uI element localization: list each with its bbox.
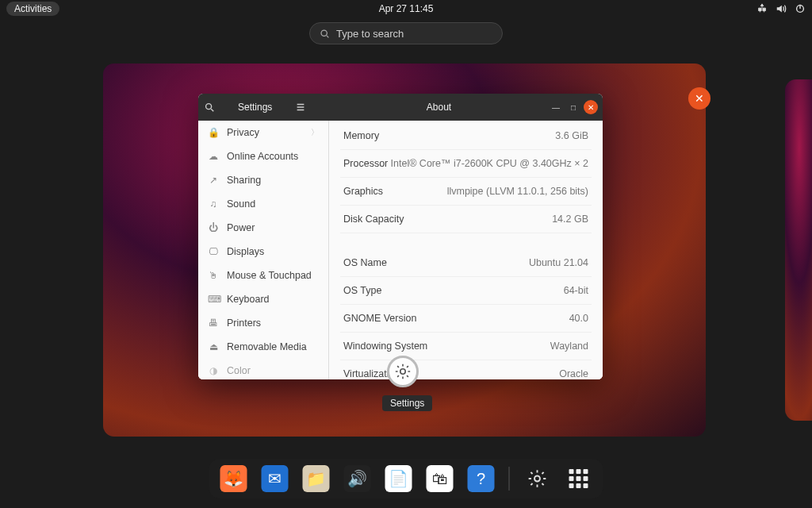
sidebar-icon: ☁ (208, 151, 219, 162)
power-icon[interactable] (795, 3, 806, 14)
about-value: Oracle (559, 368, 588, 379)
sidebar-icon: 🖵 (208, 246, 219, 257)
sidebar-item-color[interactable]: ◑Color (198, 359, 328, 379)
about-value: Wayland (550, 341, 588, 352)
sidebar-item-label: Power (227, 222, 255, 233)
about-label: Windowing System (343, 341, 427, 352)
about-row: Graphicsllvmpipe (LLVM 11.0.1, 256 bits) (340, 178, 592, 206)
settings-sidebar: 🔒Privacy〉☁Online Accounts↗Sharing♫Sound⏻… (198, 121, 329, 379)
sidebar-icon: 🔒 (208, 127, 219, 138)
app-icon-label: Settings (382, 395, 432, 411)
about-label: Memory (343, 130, 379, 141)
dock: 🦊✉📁🔊📄🛍? (209, 459, 603, 498)
about-value: 3.6 GiB (555, 130, 588, 141)
titlebar: Settings About ― □ ✕ (198, 94, 603, 121)
sidebar-item-printers[interactable]: 🖶Printers (198, 311, 328, 335)
sidebar-item-label: Mouse & Touchpad (227, 270, 312, 281)
volume-icon[interactable] (776, 3, 787, 14)
about-value: Intel® Core™ i7-2600K CPU @ 3.40GHz × 2 (391, 158, 588, 169)
search-placeholder: Type to search (336, 28, 404, 40)
sidebar-item-keyboard[interactable]: ⌨Keyboard (198, 287, 328, 311)
sidebar-item-label: Privacy (227, 127, 259, 138)
system-tray[interactable] (756, 3, 806, 14)
sidebar-icon: ⏻ (208, 222, 219, 233)
svg-point-7 (534, 476, 540, 482)
close-button[interactable]: ✕ (584, 100, 598, 114)
about-row: OS NameUbuntu 21.04 (340, 249, 592, 277)
settings-window: Settings About ― □ ✕ 🔒Privacy〉☁Online Ac… (198, 94, 603, 379)
window-close-overlay[interactable]: ✕ (688, 87, 710, 110)
about-panel: Memory3.6 GiBProcessorIntel® Core™ i7-26… (329, 121, 603, 379)
network-icon[interactable] (756, 3, 768, 14)
dock-files[interactable]: 📁 (303, 465, 330, 492)
sidebar-item-displays[interactable]: 🖵Displays (198, 240, 328, 264)
svg-line-3 (327, 35, 328, 37)
sidebar-icon: 🖱 (208, 270, 219, 281)
search-icon (320, 29, 330, 39)
about-row: GNOME Version40.0 (340, 305, 592, 333)
about-row: Windowing SystemWayland (340, 333, 592, 360)
dock-settings[interactable] (524, 465, 551, 492)
about-label: Disk Capacity (343, 214, 404, 225)
about-row: Disk Capacity14.2 GB (340, 206, 592, 233)
about-row: VirtualizationOracle (340, 360, 592, 379)
chevron-right-icon: 〉 (311, 127, 319, 138)
top-bar: Activities Apr 27 11:45 (0, 0, 812, 17)
sidebar-item-privacy[interactable]: 🔒Privacy〉 (198, 121, 328, 144)
dock-separator (509, 467, 510, 491)
hamburger-menu[interactable] (289, 94, 312, 121)
about-label: Processor (343, 158, 388, 169)
svg-point-4 (206, 104, 212, 110)
sidebar-item-mouse-touchpad[interactable]: 🖱Mouse & Touchpad (198, 264, 328, 287)
content-title: About (329, 102, 549, 113)
sidebar-item-removable-media[interactable]: ⏏Removable Media (198, 335, 328, 359)
sidebar-item-sharing[interactable]: ↗Sharing (198, 168, 328, 192)
dock-thunderbird[interactable]: ✉ (262, 465, 289, 492)
dock-software[interactable]: 🛍 (427, 465, 454, 492)
about-row: Memory3.6 GiB (340, 122, 592, 150)
dock-firefox[interactable]: 🦊 (220, 465, 247, 492)
about-label: OS Type (343, 285, 381, 296)
overview-search[interactable]: Type to search (309, 22, 503, 44)
about-row: ProcessorIntel® Core™ i7-2600K CPU @ 3.4… (340, 150, 592, 178)
sidebar-item-label: Sharing (227, 175, 261, 186)
activities-button[interactable]: Activities (6, 2, 59, 16)
svg-point-6 (400, 369, 405, 374)
clock[interactable]: Apr 27 11:45 (379, 3, 434, 14)
sidebar-item-online-accounts[interactable]: ☁Online Accounts (198, 144, 328, 168)
about-label: GNOME Version (343, 313, 416, 324)
sidebar-item-power[interactable]: ⏻Power (198, 216, 328, 240)
app-icon-settings[interactable] (387, 356, 419, 387)
sidebar-icon: ♫ (208, 198, 219, 210)
maximize-button[interactable]: □ (566, 100, 580, 114)
about-row: OS Type64-bit (340, 277, 592, 305)
about-label: OS Name (343, 257, 387, 268)
sidebar-item-label: Removable Media (227, 341, 307, 352)
dock-rhythmbox[interactable]: 🔊 (344, 465, 371, 492)
sidebar-icon: ⏏ (208, 341, 219, 352)
about-value: 14.2 GB (552, 214, 588, 225)
about-value: 40.0 (569, 313, 588, 324)
sidebar-icon: ◑ (208, 365, 219, 376)
sidebar-icon: ↗ (208, 175, 219, 186)
dock-libreoffice[interactable]: 📄 (385, 465, 412, 492)
sidebar-item-label: Sound (227, 198, 255, 210)
dock-show-apps[interactable] (565, 465, 592, 492)
search-button[interactable] (198, 94, 220, 121)
sidebar-item-label: Color (227, 365, 251, 376)
sidebar-item-label: Printers (227, 318, 261, 329)
sidebar-title: Settings (220, 102, 289, 113)
sidebar-item-label: Displays (227, 246, 264, 257)
sidebar-icon: 🖶 (208, 318, 219, 329)
minimize-button[interactable]: ― (549, 100, 563, 114)
workspace-preview-next[interactable] (785, 79, 812, 421)
about-value: 64-bit (564, 285, 588, 296)
sidebar-item-label: Keyboard (227, 294, 270, 305)
svg-line-5 (211, 109, 213, 111)
about-value: Ubuntu 21.04 (529, 257, 588, 268)
about-value: llvmpipe (LLVM 11.0.1, 256 bits) (447, 186, 588, 197)
dock-help[interactable]: ? (468, 465, 495, 492)
svg-point-2 (321, 30, 327, 36)
sidebar-item-sound[interactable]: ♫Sound (198, 192, 328, 216)
about-label: Graphics (343, 186, 383, 197)
